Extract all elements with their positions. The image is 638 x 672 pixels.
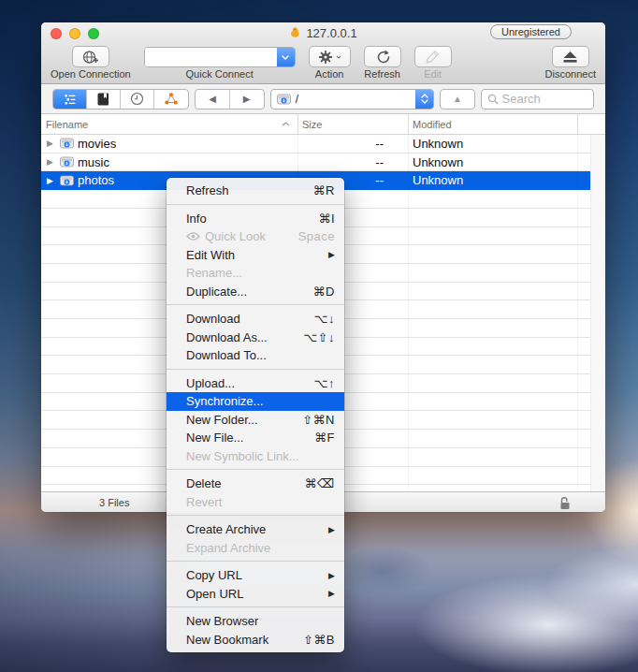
menu-item-info[interactable]: Info ⌘I ▶: [167, 210, 344, 228]
go-up-button[interactable]: ▲: [440, 89, 474, 110]
context-menu: Refresh ⌘R ▶ Info ⌘I ▶ Quick Look Space …: [167, 178, 344, 652]
remote-folder-icon: [60, 156, 74, 168]
vertical-scrollbar-track[interactable]: [590, 135, 605, 491]
menu-item-quick-look[interactable]: Quick Look Space ▶: [167, 227, 344, 246]
menu-item-new-bookmark[interactable]: New Bookmark ⇧⌘B ▶: [167, 631, 344, 650]
unlocked-padlock-icon: [558, 496, 572, 510]
quick-connect-input[interactable]: [145, 48, 277, 66]
quick-connect-combobox[interactable]: [144, 47, 296, 67]
menu-item-download[interactable]: Download ⌥↓ ▶: [167, 310, 344, 329]
menu-item-label: Open URL: [186, 587, 319, 601]
menu-item-shortcut: ⌥↓: [314, 312, 335, 326]
menu-item-create-archive[interactable]: Create Archive ▶: [167, 520, 344, 539]
search-input[interactable]: [502, 92, 587, 106]
menu-item-rename[interactable]: Rename... ▶: [167, 264, 344, 283]
chevron-down-icon: [282, 55, 289, 60]
refresh-label: Refresh: [364, 68, 400, 80]
column-divider-line: [577, 135, 578, 491]
column-divider[interactable]: [577, 114, 578, 134]
menu-item-label: New Folder...: [186, 413, 297, 427]
quick-connect-label: Quick Connect: [186, 68, 254, 80]
open-connection-button[interactable]: [72, 46, 109, 67]
menu-item-label: Revert: [186, 495, 330, 509]
menu-item-label: Refresh: [186, 183, 309, 197]
menu-item-new-folder[interactable]: New Folder... ⇧⌘N ▶: [167, 411, 344, 430]
remote-folder-icon: [60, 138, 74, 149]
column-divider[interactable]: [297, 114, 298, 134]
disconnect-tool[interactable]: Disconnect: [545, 46, 596, 80]
forward-button[interactable]: ▶: [230, 90, 264, 109]
path-stepper-button[interactable]: [415, 90, 433, 109]
outline-view-icon: [63, 92, 78, 107]
column-header-size[interactable]: Size: [297, 119, 408, 130]
disconnect-button[interactable]: [552, 46, 589, 67]
bookmarks-button[interactable]: [87, 90, 121, 109]
menu-item-label: Edit With: [186, 248, 319, 262]
menu-item-edit-with[interactable]: Edit With ▶: [167, 246, 344, 265]
minimize-window-button[interactable]: [69, 28, 80, 39]
table-row-movies[interactable]: ▶ movies -- Unknown: [41, 135, 590, 153]
menu-item-open-url[interactable]: Open URL ▶: [167, 585, 344, 604]
quick-connect-dropdown-button[interactable]: [277, 48, 295, 66]
open-connection-label: Open Connection: [51, 68, 131, 80]
titlebar[interactable]: 127.0.0.1 Unregistered: [41, 22, 605, 44]
menu-separator: [167, 204, 344, 205]
menu-item-duplicate[interactable]: Duplicate... ⌘D ▶: [167, 283, 344, 301]
menu-item-copy-url[interactable]: Copy URL ▶: [167, 566, 344, 585]
menu-item-label: Expand Archive: [186, 541, 330, 555]
menu-item-refresh[interactable]: Refresh ⌘R ▶: [167, 182, 344, 200]
menu-item-download-as[interactable]: Download As... ⌥⇧↓ ▶: [167, 329, 344, 347]
zoom-window-button[interactable]: [88, 28, 99, 39]
menu-item-label: Info: [186, 212, 313, 226]
menu-item-label: New File...: [186, 431, 310, 445]
toolbar: Open Connection Quick Connect: [41, 44, 605, 83]
search-field[interactable]: [481, 89, 594, 110]
menu-item-new-browser[interactable]: New Browser ▶: [167, 612, 344, 631]
menu-item-label: Synchronize...: [186, 394, 330, 408]
menu-item-download-to[interactable]: Download To... ▶: [167, 346, 344, 365]
disclosure-triangle-icon[interactable]: ▶: [47, 157, 56, 167]
menu-item-label: Download: [186, 312, 310, 326]
quick-connect-tool[interactable]: Quick Connect: [144, 46, 296, 80]
menu-item-new-file[interactable]: New File... ⌘F ▶: [167, 429, 344, 447]
close-window-button[interactable]: [51, 28, 62, 39]
edit-button[interactable]: [414, 46, 452, 67]
column-header-modified[interactable]: Modified: [408, 119, 577, 130]
action-button[interactable]: [309, 46, 351, 67]
menu-item-synchronize[interactable]: Synchronize... ▶: [167, 392, 344, 411]
column-divider[interactable]: [408, 114, 409, 134]
menu-item-revert[interactable]: Revert ▶: [167, 493, 344, 512]
menu-item-delete[interactable]: Delete ⌘⌫ ▶: [167, 475, 344, 493]
history-button[interactable]: [121, 90, 154, 109]
refresh-tool[interactable]: Refresh: [364, 46, 401, 80]
path-content: /: [271, 90, 416, 109]
menu-item-upload[interactable]: Upload... ⌥↑ ▶: [167, 374, 344, 393]
back-button[interactable]: ◀: [196, 90, 229, 109]
menu-separator: [167, 606, 344, 607]
file-modified: Unknown: [408, 137, 590, 151]
menu-item-label: Create Archive: [186, 522, 319, 536]
table-row-music[interactable]: ▶ music -- Unknown: [41, 153, 590, 172]
outline-view-button[interactable]: [53, 90, 87, 109]
remote-folder-icon: [277, 94, 291, 105]
action-tool[interactable]: Action: [309, 46, 351, 80]
disclosure-triangle-icon[interactable]: ▶: [47, 176, 56, 185]
menu-item-new-symbolic-link[interactable]: New Symbolic Link... ▶: [167, 447, 344, 466]
disclosure-triangle-icon[interactable]: ▶: [47, 139, 56, 148]
menu-separator: [167, 561, 344, 562]
file-size: --: [297, 155, 408, 169]
refresh-icon: [375, 50, 390, 65]
refresh-button[interactable]: [364, 46, 401, 67]
bonjour-button[interactable]: [154, 90, 188, 109]
menu-item-expand-archive[interactable]: Expand Archive ▶: [167, 539, 344, 558]
menu-item-shortcut: ⌥↑: [314, 376, 335, 390]
path-text: /: [296, 93, 298, 106]
column-header-filename[interactable]: Filename: [41, 119, 297, 130]
window-title: 127.0.0.1: [289, 26, 356, 40]
open-connection-tool[interactable]: Open Connection: [51, 46, 131, 80]
menu-item-label: Delete: [186, 476, 300, 490]
path-combobox[interactable]: /: [270, 89, 435, 110]
edit-tool: Edit: [414, 46, 452, 80]
unregistered-badge[interactable]: Unregistered: [490, 24, 572, 39]
search-icon: [487, 94, 499, 105]
